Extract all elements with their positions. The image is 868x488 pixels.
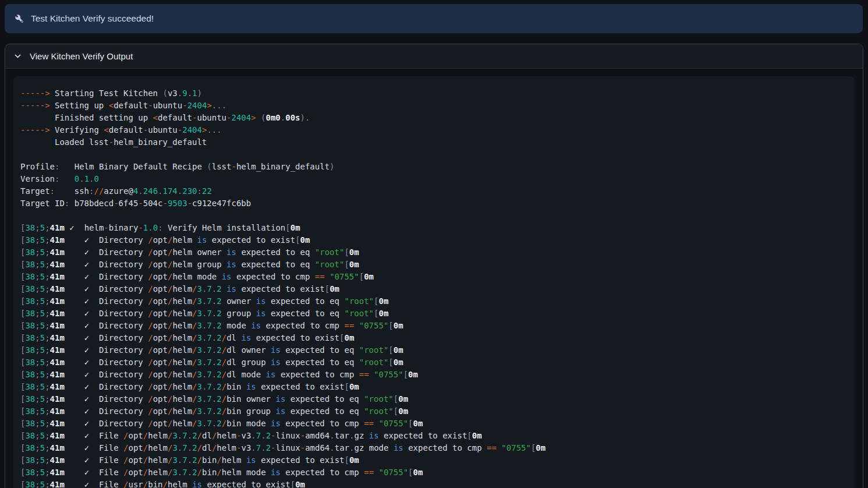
- terminal-line: [38;5;41m ✓ Directory /opt/helm/3.7.2/bi…: [20, 393, 848, 405]
- terminal-line: [20, 210, 848, 222]
- terminal-line: [38;5;41m ✓ Directory /opt/helm/3.7.2 is…: [20, 283, 848, 295]
- terminal-line: Profile: Helm Binary Default Recipe (lss…: [20, 161, 848, 173]
- terminal-line: -----> Verifying <default-ubuntu-2404>..…: [20, 124, 848, 136]
- chevron-down-icon[interactable]: [13, 52, 23, 60]
- terminal-line: [38;5;41m ✓ File /usr/bin/helm is expect…: [20, 479, 848, 488]
- terminal-line: [38;5;41m ✓ Directory /opt/helm/3.7.2/dl…: [20, 369, 848, 381]
- terminal-line: [38;5;41m ✓ File /opt/helm/3.7.2/bin/hel…: [20, 466, 848, 479]
- terminal-line: Finished setting up <default-ubuntu-2404…: [20, 112, 848, 124]
- terminal-line: [38;5;41m ✓ helm-binary-1.0: Verify Helm…: [20, 222, 848, 234]
- terminal-line: [38;5;41m ✓ File /opt/helm/3.7.2/bin/hel…: [20, 454, 848, 466]
- terminal-line: [38;5;41m ✓ Directory /opt/helm mode is …: [20, 271, 848, 283]
- terminal-line: [38;5;41m ✓ Directory /opt/helm group is…: [20, 259, 848, 271]
- banner-message: Test Kitchen Verify succeeded!: [31, 13, 154, 24]
- expander-body: -----> Starting Test Kitchen (v3.9.1)---…: [5, 76, 863, 488]
- terminal-line: Version: 0.1.0: [20, 173, 848, 185]
- terminal-line: [38;5;41m ✓ Directory /opt/helm/3.7.2 mo…: [20, 320, 848, 332]
- terminal-line: [38;5;41m ✓ Directory /opt/helm/3.7.2/bi…: [20, 381, 848, 393]
- terminal-line: Target: ssh://azure@4.246.174.230:22: [20, 185, 848, 197]
- expander-header[interactable]: View Kitchen Verify Output: [5, 44, 863, 69]
- terminal-line: [38;5;41m ✓ Directory /opt/helm/3.7.2/dl…: [20, 332, 848, 344]
- terminal-line: [38;5;41m ✓ Directory /opt/helm/3.7.2/dl…: [20, 344, 848, 356]
- terminal-line: [38;5;41m ✓ File /opt/helm/3.7.2/dl/helm…: [20, 430, 848, 442]
- expander-title: View Kitchen Verify Output: [30, 51, 133, 61]
- terminal-line: -----> Starting Test Kitchen (v3.9.1): [20, 87, 848, 100]
- terminal-line: -----> Setting up <default-ubuntu-2404>.…: [20, 100, 848, 112]
- terminal-line: [38;5;41m ✓ Directory /opt/helm/3.7.2 ow…: [20, 295, 848, 307]
- terminal-output: -----> Starting Test Kitchen (v3.9.1)---…: [13, 76, 855, 488]
- kitchen-output-expander: View Kitchen Verify Output -----> Starti…: [5, 44, 863, 488]
- terminal-line: [38;5;41m ✓ Directory /opt/helm/3.7.2/bi…: [20, 418, 848, 430]
- terminal-line: [38;5;41m ✓ Directory /opt/helm is expec…: [20, 234, 848, 246]
- success-banner: Test Kitchen Verify succeeded!: [5, 4, 863, 33]
- wrench-icon: [14, 13, 25, 24]
- terminal-line: [38;5;41m ✓ File /opt/helm/3.7.2/dl/helm…: [20, 442, 848, 454]
- terminal-line: [38;5;41m ✓ Directory /opt/helm/3.7.2/bi…: [20, 405, 848, 418]
- terminal-line: Loaded lsst-helm_binary_default: [20, 136, 848, 148]
- terminal-line: [38;5;41m ✓ Directory /opt/helm/3.7.2/dl…: [20, 356, 848, 369]
- terminal-line: [38;5;41m ✓ Directory /opt/helm/3.7.2 gr…: [20, 307, 848, 320]
- terminal-line: [20, 148, 848, 161]
- terminal-line: [38;5;41m ✓ Directory /opt/helm owner is…: [20, 246, 848, 259]
- terminal-line: Target ID: b78bdecd-6f45-504c-9503-c912e…: [20, 197, 848, 210]
